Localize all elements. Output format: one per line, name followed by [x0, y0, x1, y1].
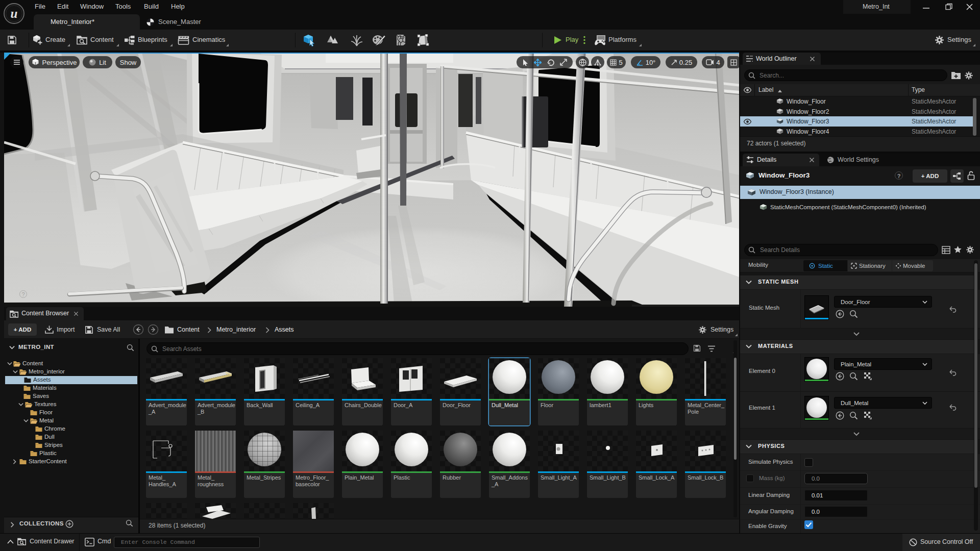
svg-text:u: u	[11, 7, 18, 20]
